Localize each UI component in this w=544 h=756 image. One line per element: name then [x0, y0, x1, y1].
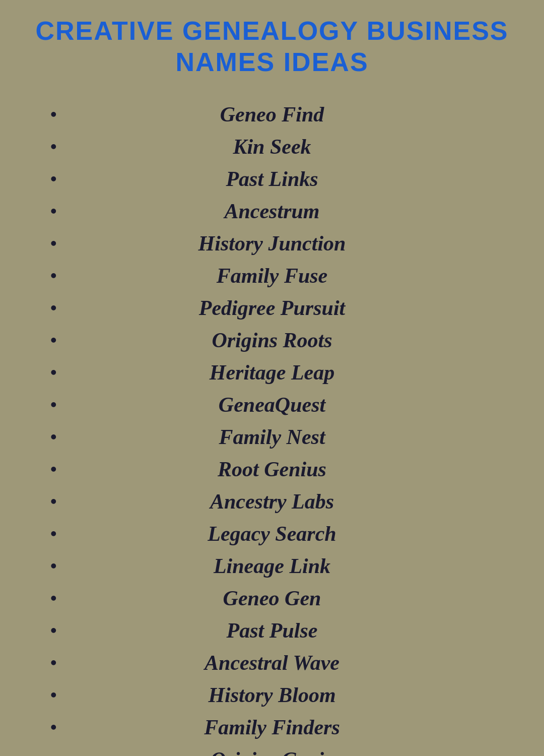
list-item: •Ancestral Wave [20, 647, 524, 679]
bullet-icon: • [50, 652, 57, 673]
business-name-text: History Bloom [208, 683, 335, 707]
list-item: •Root Genius [20, 453, 524, 485]
list-item: •Pedigree Pursuit [20, 292, 524, 324]
business-name-text: Past Links [226, 167, 318, 191]
bullet-icon: • [50, 459, 57, 480]
bullet-icon: • [50, 297, 57, 319]
bullet-icon: • [50, 620, 57, 641]
list-item: •Family Nest [20, 421, 524, 453]
bullet-icon: • [50, 491, 57, 512]
business-name-text: Ancestrum [224, 199, 319, 223]
business-name-text: Origins Genie [211, 747, 333, 756]
list-item: •Family Fuse [20, 260, 524, 292]
list-item: •Family Finders [20, 711, 524, 743]
business-name-text: Pedigree Pursuit [199, 296, 346, 320]
business-name-text: Geneo Gen [223, 586, 321, 610]
list-item: •Heritage Leap [20, 356, 524, 389]
bullet-icon: • [50, 136, 57, 157]
list-item: •History Bloom [20, 679, 524, 711]
list-item: •Ancestrum [20, 195, 524, 227]
bullet-icon: • [50, 426, 57, 448]
list-item: •Ancestry Labs [20, 485, 524, 518]
page-title: CREATIVE GENEALOGY BUSINESS NAMES IDEAS [20, 10, 524, 83]
business-name-text: Lineage Link [214, 554, 330, 578]
list-item: •Kin Seek [20, 131, 524, 163]
bullet-icon: • [50, 233, 57, 254]
bullet-icon: • [50, 201, 57, 222]
list-item: •Origins Roots [20, 324, 524, 356]
business-name-text: Family Fuse [217, 264, 328, 288]
bullet-icon: • [50, 717, 57, 738]
list-item: •GeneaQuest [20, 389, 524, 421]
bullet-icon: • [50, 394, 57, 415]
business-name-text: Origins Roots [212, 328, 332, 352]
business-names-list: •Geneo Find•Kin Seek•Past Links•Ancestru… [20, 98, 524, 756]
business-name-text: Ancestry Labs [210, 489, 334, 514]
bullet-icon: • [50, 523, 57, 544]
bullet-icon: • [50, 684, 57, 706]
business-name-text: GeneaQuest [219, 393, 325, 417]
list-item: •Lineage Link [20, 550, 524, 582]
list-item: •Legacy Search [20, 518, 524, 550]
bullet-icon: • [50, 104, 57, 125]
bullet-icon: • [50, 362, 57, 383]
list-item: •Geneo Find [20, 98, 524, 131]
business-name-text: Past Pulse [227, 618, 318, 643]
bullet-icon: • [50, 265, 57, 286]
bullet-icon: • [50, 588, 57, 609]
business-name-text: Family Finders [204, 715, 340, 739]
bullet-icon: • [50, 330, 57, 351]
bullet-icon: • [50, 168, 57, 190]
business-name-text: Ancestral Wave [205, 651, 339, 675]
bullet-icon: • [50, 555, 57, 577]
list-item: •Origins Genie [20, 743, 524, 756]
list-item: •History Junction [20, 227, 524, 260]
business-name-text: Family Nest [219, 425, 325, 449]
business-name-text: History Junction [198, 231, 346, 256]
business-name-text: Heritage Leap [210, 360, 334, 385]
list-item: •Past Links [20, 163, 524, 195]
business-name-text: Legacy Search [208, 522, 336, 546]
list-item: •Past Pulse [20, 614, 524, 647]
business-name-text: Root Genius [218, 457, 326, 481]
business-name-text: Kin Seek [233, 135, 311, 159]
business-name-text: Geneo Find [220, 102, 324, 127]
bullet-icon: • [50, 749, 57, 756]
list-item: •Geneo Gen [20, 582, 524, 614]
